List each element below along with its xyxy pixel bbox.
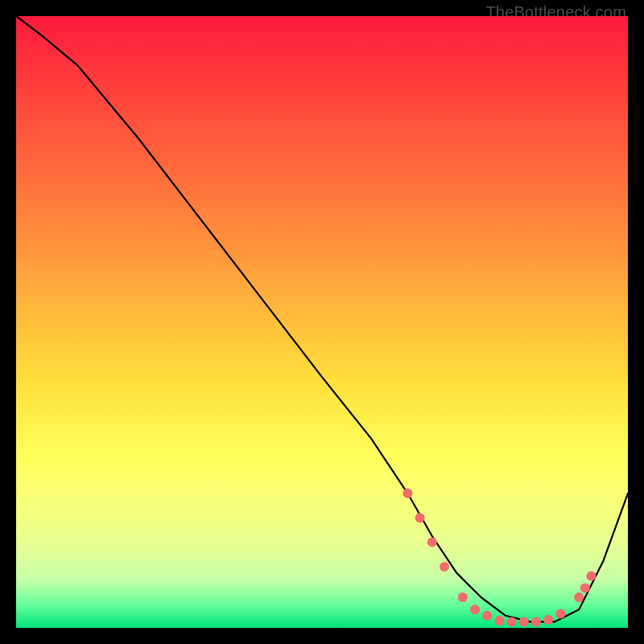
chart-frame: TheBottleneck.com [0,0,644,644]
highlight-dots [402,489,596,627]
curve-path [16,16,628,621]
highlight-dot [482,611,492,621]
curve-svg [16,16,628,628]
bottleneck-curve [16,16,628,621]
highlight-dot [555,609,565,619]
highlight-dot [543,615,553,625]
plot-area [16,16,628,628]
highlight-dot [470,605,480,614]
highlight-dot [415,513,425,522]
highlight-dot [519,617,529,626]
highlight-dot [586,571,596,580]
highlight-dot [531,617,541,626]
highlight-dot [402,489,412,498]
highlight-dot [427,538,437,547]
highlight-dot [458,592,468,602]
highlight-dot [580,584,590,593]
highlight-dot [494,616,504,625]
highlight-dot [440,562,449,572]
highlight-dot [507,617,517,626]
highlight-dot [574,592,584,602]
